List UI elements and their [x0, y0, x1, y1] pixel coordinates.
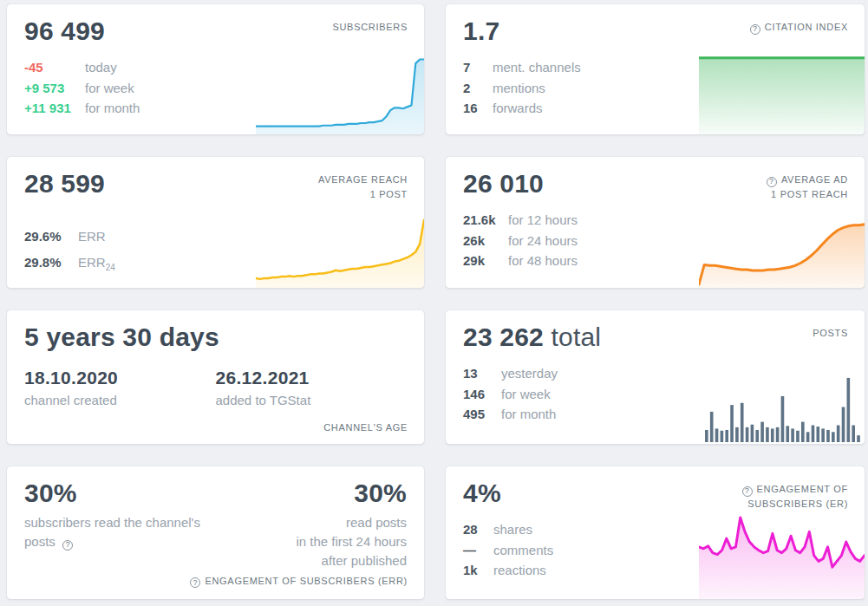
stat-row: 495for month — [463, 404, 865, 425]
average-ad-title-line1: AVERAGE AD — [781, 174, 848, 185]
channel-created-caption: channel created — [24, 393, 216, 407]
stat-label: for month — [85, 101, 140, 115]
average-reach-card-title: AVERAGE REACH 1 POST — [318, 173, 408, 202]
stat-label: for 12 hours — [508, 212, 578, 227]
err-left-block: 30% subscribers read the channel's posts — [24, 466, 217, 551]
err-card-title: ENGAGEMENT OF SUBSCRIBERS (ERR) — [190, 576, 408, 589]
added-to-tgstat-block: 26.12.2021 added to TGStat — [216, 368, 408, 407]
err-left-caption: subscribers read the channel's posts — [24, 513, 217, 551]
help-icon[interactable] — [190, 577, 200, 588]
help-icon[interactable] — [750, 24, 760, 35]
posts-stats: 13yesterday 146for week 495for month — [463, 363, 865, 425]
engagement-er-card: 4% ENGAGEMENT OF SUBSCRIBERS (ER) 28shar… — [446, 466, 865, 599]
stat-value: 13 — [463, 363, 501, 384]
stat-label: for month — [501, 407, 556, 421]
stat-row: +11 931for month — [24, 98, 424, 119]
subscribers-stats: -45today +9 573for week +11 931for month — [24, 57, 424, 119]
stat-label: shares — [493, 522, 532, 537]
channel-age-dates: 18.10.2020 channel created 26.12.2021 ad… — [24, 368, 407, 407]
stat-row: 29.6%ERR — [24, 226, 424, 252]
average-reach-stats: 29.6%ERR 29.8%ERR24 — [24, 226, 424, 277]
stat-label: today — [85, 60, 117, 75]
subscribers-card-title: SUBSCRIBERS — [332, 20, 408, 35]
posts-card: 23 262 total POSTS 13yesterday 146for we… — [446, 310, 865, 444]
stat-row: 21.6kfor 12 hours — [463, 210, 865, 231]
help-icon[interactable] — [62, 540, 73, 551]
stat-row: —comments — [463, 540, 865, 561]
stat-row: 29.8%ERR24 — [24, 252, 424, 278]
stat-label: for 24 hours — [508, 233, 578, 248]
subscribers-card: 96 499 SUBSCRIBERS -45today +9 573for we… — [7, 4, 424, 134]
stat-label: comments — [493, 543, 553, 557]
stat-row: 16forwards — [463, 98, 865, 119]
stat-value: 146 — [463, 384, 501, 405]
citation-stats: 7ment. channels 2mentions 16forwards — [463, 57, 865, 119]
er-title-line2: SUBSCRIBERS (ER) — [742, 497, 848, 512]
stat-value: 7 — [463, 57, 493, 78]
average-reach-card: 28 599 AVERAGE REACH 1 POST 29.6%ERR 29.… — [7, 157, 424, 288]
er-card-title: ENGAGEMENT OF SUBSCRIBERS (ER) — [742, 482, 848, 512]
stat-value: — — [463, 540, 493, 561]
stat-value: -45 — [24, 57, 85, 78]
added-to-tgstat-date: 26.12.2021 — [216, 368, 408, 388]
stat-value: +11 931 — [24, 98, 85, 119]
stat-row: +9 573for week — [24, 78, 424, 99]
stat-label: yesterday — [501, 366, 558, 381]
citation-index-card-title-text: CITATION INDEX — [765, 22, 848, 32]
posts-value-line: 23 262 total — [463, 323, 847, 352]
posts-total-suffix: total — [551, 323, 602, 351]
citation-index-card: 1.7 CITATION INDEX 7ment. channels 2ment… — [446, 4, 865, 134]
err-right-value: 30% — [296, 479, 407, 508]
average-reach-title-line2: 1 POST — [318, 187, 408, 202]
stats-dashboard: 96 499 SUBSCRIBERS -45today +9 573for we… — [0, 0, 868, 599]
stat-value: 21.6k — [463, 210, 508, 231]
average-ad-reach-card: 26 010 AVERAGE AD 1 POST REACH 21.6kfor … — [446, 157, 865, 288]
stat-value: 29k — [463, 251, 508, 271]
channel-created-date: 18.10.2020 — [24, 368, 216, 388]
stat-value: 1k — [463, 560, 493, 581]
stat-row: 13yesterday — [463, 363, 865, 384]
stat-value: 26k — [463, 231, 508, 251]
stat-value: 28 — [463, 519, 493, 540]
posts-card-title-text: POSTS — [813, 328, 848, 338]
average-reach-title-line1: AVERAGE REACH — [318, 173, 408, 187]
err-right-caption: read posts in the first 24 hours after p… — [296, 513, 407, 570]
er-stats: 28shares —comments 1kreactions — [463, 519, 865, 581]
stat-row: 26kfor 24 hours — [463, 231, 865, 251]
stat-value: 29.6% — [24, 226, 78, 247]
err-card-title-text: ENGAGEMENT OF SUBSCRIBERS (ERR) — [205, 576, 408, 586]
stat-label: ERR24 — [78, 255, 115, 270]
stat-row: 2mentions — [463, 78, 865, 99]
stat-label: mentions — [493, 81, 545, 95]
stat-value: +9 573 — [24, 78, 85, 99]
stat-row: 28shares — [463, 519, 865, 540]
stat-row: 1kreactions — [463, 560, 865, 581]
err-content: 30% subscribers read the channel's posts… — [7, 466, 424, 570]
stat-row: 29kfor 48 hours — [463, 251, 865, 271]
subscribers-card-title-text: SUBSCRIBERS — [332, 22, 408, 32]
stat-label: ment. channels — [493, 60, 581, 75]
channel-created-block: 18.10.2020 channel created — [24, 368, 216, 407]
posts-card-title: POSTS — [813, 326, 848, 341]
channel-age-card: 5 years 30 days 18.10.2020 channel creat… — [7, 310, 424, 444]
stat-label: for 48 hours — [508, 253, 578, 268]
average-ad-reach-card-title: AVERAGE AD 1 POST REACH — [767, 173, 848, 202]
err-right-block: 30% read posts in the first 24 hours aft… — [296, 466, 407, 570]
channel-age-card-title: CHANNEL'S AGE — [323, 422, 408, 433]
stat-value: 29.8% — [24, 252, 78, 273]
channel-age-value: 5 years 30 days — [24, 323, 407, 352]
stat-label: ERR — [78, 229, 106, 244]
stat-label: forwards — [493, 101, 543, 115]
stat-value: 2 — [463, 78, 493, 99]
stat-value: 495 — [463, 404, 501, 425]
citation-index-card-title: CITATION INDEX — [750, 20, 848, 35]
average-ad-title-line2: 1 POST REACH — [767, 187, 848, 202]
average-ad-stats: 21.6kfor 12 hours 26kfor 24 hours 29kfor… — [463, 210, 865, 271]
stat-label: for week — [501, 387, 551, 401]
stat-row: -45today — [24, 57, 424, 78]
stat-value: 16 — [463, 98, 493, 119]
help-icon[interactable] — [767, 177, 777, 187]
stat-row: 7ment. channels — [463, 57, 865, 78]
help-icon[interactable] — [742, 486, 753, 497]
posts-total-value: 23 262 — [463, 323, 544, 351]
